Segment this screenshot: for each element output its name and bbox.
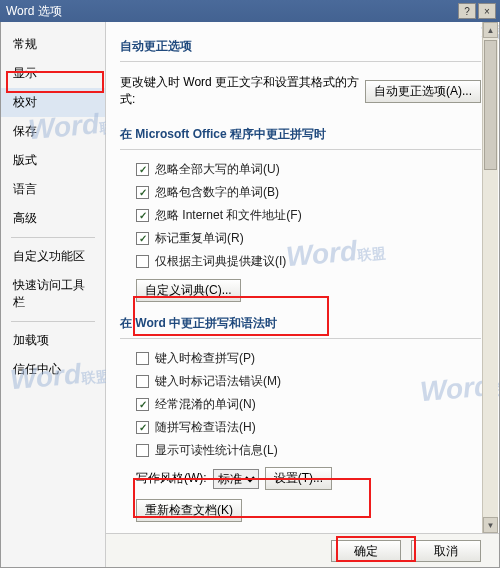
dialog-footer: 确定 取消	[106, 533, 499, 567]
custom-dictionaries-button[interactable]: 自定义词典(C)...	[136, 279, 241, 302]
chk-ignore-internet[interactable]	[136, 209, 149, 222]
help-button[interactable]: ?	[458, 3, 476, 19]
divider	[120, 338, 481, 339]
nav-item-proofing[interactable]: 校对	[1, 88, 105, 117]
nav-item-addins[interactable]: 加载项	[1, 326, 105, 355]
scroll-up-icon[interactable]: ▲	[483, 22, 498, 38]
nav-item-trust[interactable]: 信任中心	[1, 355, 105, 384]
divider	[120, 61, 481, 62]
titlebar: Word 选项 ? ×	[0, 0, 500, 22]
chk-confused-words[interactable]	[136, 398, 149, 411]
chk-grammar-with-spelling[interactable]	[136, 421, 149, 434]
nav-pane: 常规 显示 校对 保存 版式 语言 高级 自定义功能区 快速访问工具栏 加载项 …	[1, 22, 106, 567]
recheck-document-button[interactable]: 重新检查文档(K)	[136, 499, 242, 522]
lbl-check-spelling-typing: 键入时检查拼写(P)	[155, 350, 255, 367]
lbl-ignore-internet: 忽略 Internet 和文件地址(F)	[155, 207, 302, 224]
nav-item-general[interactable]: 常规	[1, 30, 105, 59]
chk-check-spelling-typing[interactable]	[136, 352, 149, 365]
lbl-readability-stats: 显示可读性统计信息(L)	[155, 442, 278, 459]
lbl-ignore-numbers: 忽略包含数字的单词(B)	[155, 184, 279, 201]
nav-item-layout[interactable]: 版式	[1, 146, 105, 175]
nav-item-quick-access[interactable]: 快速访问工具栏	[1, 271, 105, 317]
divider	[120, 149, 481, 150]
chk-ignore-numbers[interactable]	[136, 186, 149, 199]
vertical-scrollbar[interactable]: ▲ ▼	[482, 22, 498, 533]
autocorrect-intro: 更改键入时 Word 更正文字和设置其格式的方式:	[120, 74, 365, 108]
chk-readability-stats[interactable]	[136, 444, 149, 457]
nav-item-language[interactable]: 语言	[1, 175, 105, 204]
lbl-ignore-uppercase: 忽略全部大写的单词(U)	[155, 161, 280, 178]
scroll-track[interactable]	[483, 38, 498, 517]
dialog-body: 常规 显示 校对 保存 版式 语言 高级 自定义功能区 快速访问工具栏 加载项 …	[0, 22, 500, 568]
lbl-flag-repeated: 标记重复单词(R)	[155, 230, 244, 247]
chk-ignore-uppercase[interactable]	[136, 163, 149, 176]
nav-separator	[11, 237, 95, 238]
window-title: Word 选项	[4, 3, 456, 20]
cancel-button[interactable]: 取消	[411, 540, 481, 562]
nav-item-advanced[interactable]: 高级	[1, 204, 105, 233]
chk-flag-repeated[interactable]	[136, 232, 149, 245]
main-panel: 自动更正选项 更改键入时 Word 更正文字和设置其格式的方式: 自动更正选项(…	[106, 22, 499, 567]
lbl-confused-words: 经常混淆的单词(N)	[155, 396, 256, 413]
nav-separator	[11, 321, 95, 322]
nav-item-customize-ribbon[interactable]: 自定义功能区	[1, 242, 105, 271]
writing-style-select[interactable]: 标准	[213, 469, 259, 489]
section-exceptions: 例外项(X): 网站金字塔结构.docx	[120, 525, 481, 533]
chk-mark-grammar-typing[interactable]	[136, 375, 149, 388]
section-office-spelling: 在 Microsoft Office 程序中更正拼写时	[120, 116, 481, 149]
section-autocorrect: 自动更正选项	[120, 28, 481, 61]
nav-item-display[interactable]: 显示	[1, 59, 105, 88]
nav-item-save[interactable]: 保存	[1, 117, 105, 146]
writing-style-settings-button[interactable]: 设置(T)...	[265, 467, 332, 490]
scroll-down-icon[interactable]: ▼	[483, 517, 498, 533]
close-button[interactable]: ×	[478, 3, 496, 19]
main-scroll-area: 自动更正选项 更改键入时 Word 更正文字和设置其格式的方式: 自动更正选项(…	[106, 22, 499, 533]
section-word-spelling-grammar: 在 Word 中更正拼写和语法时	[120, 305, 481, 338]
chk-main-dict-only[interactable]	[136, 255, 149, 268]
autocorrect-options-button[interactable]: 自动更正选项(A)...	[365, 80, 481, 103]
writing-style-label: 写作风格(W):	[136, 470, 207, 487]
ok-button[interactable]: 确定	[331, 540, 401, 562]
lbl-main-dict-only: 仅根据主词典提供建议(I)	[155, 253, 286, 270]
lbl-grammar-with-spelling: 随拼写检查语法(H)	[155, 419, 256, 436]
scroll-thumb[interactable]	[484, 40, 497, 170]
lbl-mark-grammar-typing: 键入时标记语法错误(M)	[155, 373, 281, 390]
